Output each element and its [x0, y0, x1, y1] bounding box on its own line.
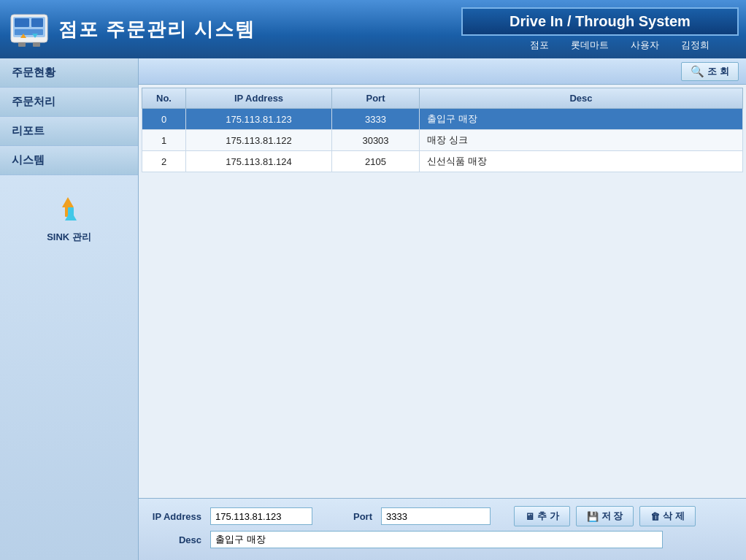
table-row[interactable]: 0 175.113.81.123 3333 출입구 매장 [142, 109, 743, 130]
cell-no: 1 [142, 130, 186, 151]
sink-table: No. IP Address Port Desc 0 175.113.81.12… [142, 88, 743, 172]
store-label: 점포 [530, 39, 549, 52]
form-row-ip-port: IP Address Port 🖥 추 가 💾 저 장 🗑 삭 제 [150, 506, 734, 526]
main-layout: 주문현황 주문처리 리포트 시스템 SINK 관리 🔍 조 회 [0, 58, 746, 560]
header-right: Drive In / Through System － ✕ 점포 롯데마트 사용… [461, 7, 739, 52]
port-input[interactable] [381, 507, 491, 525]
ip-input[interactable] [210, 507, 312, 525]
search-icon: 🔍 [691, 65, 704, 78]
sidebar-item-report[interactable]: 리포트 [0, 117, 138, 146]
col-no: No. [142, 88, 186, 109]
sidebar-item-system[interactable]: 시스템 [0, 146, 138, 175]
toolbar: 🔍 조 회 [139, 58, 746, 85]
delete-button[interactable]: 🗑 삭 제 [639, 506, 696, 526]
table-header-row: No. IP Address Port Desc [142, 88, 743, 109]
bottom-form: IP Address Port 🖥 추 가 💾 저 장 🗑 삭 제 [139, 498, 746, 560]
svg-rect-5 [18, 42, 26, 47]
add-label: 추 가 [537, 510, 559, 523]
sink-management-button[interactable]: SINK 관리 [0, 175, 138, 258]
cell-ip: 175.113.81.122 [186, 130, 332, 151]
logo-area: 점포 주문관리 시스템 [7, 7, 255, 51]
cell-desc: 신선식품 매장 [420, 151, 743, 172]
svg-rect-2 [15, 18, 29, 27]
add-button[interactable]: 🖥 추 가 [514, 506, 570, 526]
delete-icon: 🗑 [650, 511, 660, 522]
user-label: 사용자 [631, 39, 659, 52]
svg-rect-12 [68, 207, 74, 218]
cell-desc: 출입구 매장 [420, 109, 743, 130]
sink-label: SINK 관리 [47, 231, 91, 244]
cell-port: 30303 [332, 130, 420, 151]
cell-no: 2 [142, 151, 186, 172]
user-value: 김정희 [681, 39, 710, 52]
drive-in-label: Drive In / Through System [461, 7, 739, 36]
col-ip: IP Address [186, 88, 332, 109]
cell-ip: 175.113.81.124 [186, 151, 332, 172]
port-label: Port [321, 511, 372, 522]
cell-port: 2105 [332, 151, 420, 172]
table-row[interactable]: 2 175.113.81.124 2105 신선식품 매장 [142, 151, 743, 172]
table-area: No. IP Address Port Desc 0 175.113.81.12… [139, 85, 746, 498]
col-desc: Desc [420, 88, 743, 109]
store-value: 롯데마트 [571, 39, 609, 52]
sidebar: 주문현황 주문처리 리포트 시스템 SINK 관리 [0, 58, 139, 560]
app-title: 점포 주문관리 시스템 [58, 17, 255, 42]
desc-label: Desc [150, 534, 201, 545]
sidebar-item-order-status[interactable]: 주문현황 [0, 58, 138, 88]
form-row-desc: Desc [150, 531, 734, 548]
content-area: 🔍 조 회 No. IP Address Port Desc 0 175.113… [139, 58, 746, 560]
search-label: 조 회 [707, 65, 729, 78]
col-port: Port [332, 88, 420, 109]
logo-icon [7, 7, 51, 51]
svg-rect-4 [15, 29, 43, 35]
add-icon: 🖥 [525, 511, 534, 522]
save-button[interactable]: 💾 저 장 [576, 506, 634, 526]
ip-label: IP Address [150, 511, 201, 522]
delete-label: 삭 제 [663, 510, 685, 523]
cell-desc: 매장 싱크 [420, 130, 743, 151]
svg-rect-3 [31, 18, 43, 27]
desc-input[interactable] [210, 531, 663, 548]
svg-marker-9 [62, 197, 74, 207]
cell-no: 0 [142, 109, 186, 130]
sidebar-item-order-process[interactable]: 주문처리 [0, 88, 138, 117]
save-label: 저 장 [601, 510, 623, 523]
cell-port: 3333 [332, 109, 420, 130]
cell-ip: 175.113.81.123 [186, 109, 332, 130]
table-row[interactable]: 1 175.113.81.122 30303 매장 싱크 [142, 130, 743, 151]
save-icon: 💾 [587, 511, 599, 522]
svg-rect-6 [33, 42, 40, 47]
form-actions: 🖥 추 가 💾 저 장 🗑 삭 제 [514, 506, 696, 526]
header: 점포 주문관리 시스템 Drive In / Through System － … [0, 0, 746, 58]
search-button[interactable]: 🔍 조 회 [681, 62, 739, 81]
sink-icon [51, 190, 88, 226]
header-info: 점포 롯데마트 사용자 김정희 [530, 39, 739, 52]
